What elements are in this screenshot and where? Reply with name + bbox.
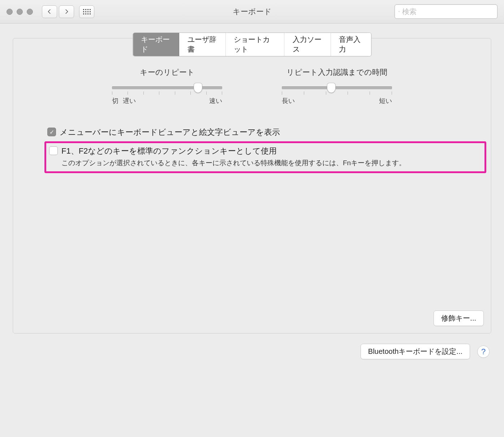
chevron-left-icon xyxy=(47,9,52,14)
search-field-wrap[interactable] xyxy=(395,4,497,19)
svg-point-0 xyxy=(399,11,400,12)
bluetooth-keyboard-button[interactable]: Bluetoothキーボードを設定... xyxy=(361,344,470,359)
search-input[interactable] xyxy=(402,8,494,16)
show-all-button[interactable] xyxy=(79,5,94,18)
show-viewer-row[interactable]: ✓ メニューバーにキーボードビューアと絵文字ビューアを表示 xyxy=(47,127,491,138)
zoom-window-icon[interactable] xyxy=(27,9,33,15)
use-fn-checkbox[interactable] xyxy=(49,146,58,155)
key-repeat-section: キーのリピート 切 遅い 速い xyxy=(112,67,222,105)
tab-shortcuts[interactable]: ショートカット xyxy=(226,33,284,56)
slider-thumb[interactable] xyxy=(194,83,202,93)
tab-bar: キーボード ユーザ辞書 ショートカット 入力ソース 音声入力 xyxy=(133,33,372,56)
key-repeat-title: キーのリピート xyxy=(140,67,195,77)
tab-keyboard[interactable]: キーボード xyxy=(133,33,180,56)
checkbox-area: ✓ メニューバーにキーボードビューアと絵文字ビューアを表示 F1、F2などのキー… xyxy=(47,127,491,173)
tab-text[interactable]: ユーザ辞書 xyxy=(180,33,226,56)
help-button[interactable]: ? xyxy=(477,346,490,358)
forward-button[interactable] xyxy=(59,5,74,18)
delay-title: リピート入力認識までの時間 xyxy=(287,67,387,77)
minimize-window-icon[interactable] xyxy=(17,9,23,15)
svg-line-1 xyxy=(400,12,400,12)
key-repeat-off-label: 切 xyxy=(112,97,119,105)
close-window-icon[interactable] xyxy=(7,9,13,15)
chevron-right-icon xyxy=(64,9,69,14)
delay-labels: 長い 短い xyxy=(282,97,392,105)
delay-slider[interactable] xyxy=(282,86,392,89)
slider-thumb[interactable] xyxy=(327,83,336,93)
key-repeat-slow-label: 遅い xyxy=(123,97,136,105)
grid-icon xyxy=(83,9,91,14)
tab-input-sources[interactable]: 入力ソース xyxy=(285,33,331,56)
delay-ticks xyxy=(282,91,392,95)
tab-dictation[interactable]: 音声入力 xyxy=(331,33,371,56)
delay-short-label: 短い xyxy=(379,97,392,105)
search-icon xyxy=(399,8,400,15)
key-repeat-fast-label: 速い xyxy=(209,97,222,105)
content-frame: キーボード ユーザ辞書 ショートカット 入力ソース 音声入力 キーのリピート 切… xyxy=(13,38,491,334)
key-repeat-ticks xyxy=(112,91,222,95)
window-title: キーボード xyxy=(233,7,272,17)
delay-long-label: 長い xyxy=(282,97,295,105)
key-repeat-labels: 切 遅い 速い xyxy=(112,97,222,105)
bottom-row: Bluetoothキーボードを設定... ? xyxy=(0,344,504,359)
use-fn-row[interactable]: F1、F2などのキーを標準のファンクションキーとして使用 xyxy=(49,146,482,157)
back-button[interactable] xyxy=(42,5,57,18)
nav-buttons xyxy=(42,5,74,18)
toolbar: キーボード xyxy=(0,0,504,23)
use-fn-label: F1、F2などのキーを標準のファンクションキーとして使用 xyxy=(61,146,277,157)
key-repeat-slider[interactable] xyxy=(112,86,222,89)
window-traffic-lights xyxy=(7,9,33,15)
delay-section: リピート入力認識までの時間 長い 短い xyxy=(282,67,392,105)
highlighted-option: F1、F2などのキーを標準のファンクションキーとして使用 このオプションが選択さ… xyxy=(44,141,486,173)
use-fn-subtext: このオプションが選択されているときに、各キーに示されている特殊機能を使用するには… xyxy=(61,158,482,168)
show-viewer-checkbox[interactable]: ✓ xyxy=(47,128,56,136)
modifier-keys-button[interactable]: 修飾キー... xyxy=(434,310,484,326)
show-viewer-label: メニューバーにキーボードビューアと絵文字ビューアを表示 xyxy=(60,127,280,138)
